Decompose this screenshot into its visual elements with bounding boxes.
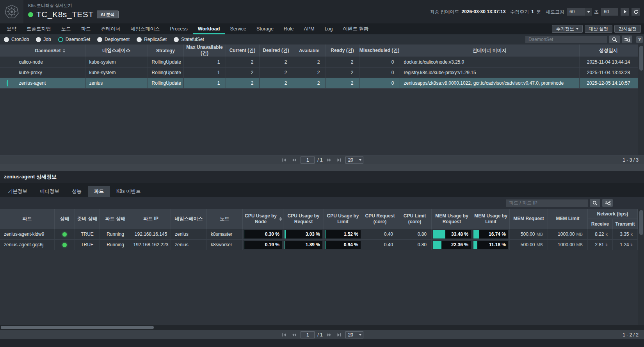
sort-icon[interactable] xyxy=(63,49,65,53)
sort-icon[interactable] xyxy=(279,217,282,221)
scrollbar-thumb[interactable] xyxy=(1,326,154,329)
column-header[interactable]: Transmit xyxy=(613,219,637,229)
collect-cycle-label: 수집주기 xyxy=(510,9,529,15)
page-size-select[interactable]: 20 xyxy=(345,157,363,164)
workload-type-radios: CronJobJobDaemonSetDeploymentReplicaSetS… xyxy=(0,37,204,42)
nav-tab-10[interactable]: Role xyxy=(279,23,299,34)
page-number-input[interactable] xyxy=(301,157,315,164)
column-header[interactable]: CPU Usage by Node xyxy=(243,209,283,229)
column-header[interactable]: CPU Limit (core) xyxy=(398,209,432,229)
column-header[interactable]: CPU Request (core) xyxy=(362,209,398,229)
refresh-countdown-field[interactable]: 60 xyxy=(601,8,618,16)
page-size-select[interactable]: 20 xyxy=(345,331,363,338)
column-header[interactable]: 컨테이너 이미지 xyxy=(400,44,579,57)
detail-tab-1[interactable]: 메타정보 xyxy=(34,186,66,197)
row-select-cell[interactable] xyxy=(0,68,15,78)
column-header[interactable]: 네임스페이스 xyxy=(171,209,207,229)
ai-analysis-button[interactable]: AI 분석 xyxy=(97,11,119,18)
nav-tab-6[interactable]: Process xyxy=(165,23,193,34)
nav-tab-11[interactable]: APM xyxy=(299,23,320,34)
next-page-button[interactable] xyxy=(326,333,333,337)
nav-tab-9[interactable]: Storage xyxy=(251,23,279,34)
column-header[interactable]: 파드 상태 xyxy=(100,209,131,229)
detail-tab-2[interactable]: 성능 xyxy=(66,186,88,197)
table-row[interactable]: zenius-agentzeniusRollingUpdate122220zen… xyxy=(0,78,638,89)
table-row[interactable]: zenius-agent-gqc6jTRUERunning192.168.162… xyxy=(0,240,638,250)
workload-type-job[interactable]: Job xyxy=(36,37,51,42)
prev-page-button[interactable] xyxy=(290,333,298,337)
prev-page-button[interactable] xyxy=(290,158,298,162)
workload-type-replicaset[interactable]: ReplicaSet xyxy=(137,37,167,42)
workload-type-statefulset[interactable]: StatefulSet xyxy=(174,37,204,42)
row-select-cell[interactable] xyxy=(0,78,15,89)
nav-tab-1[interactable]: 토폴로지맵 xyxy=(21,23,56,34)
nav-tab-5[interactable]: 네임스페이스 xyxy=(126,23,165,34)
last-page-button[interactable] xyxy=(336,158,343,162)
column-header[interactable]: 네임스페이스 xyxy=(85,44,148,57)
detail-tab-3[interactable]: 파드 xyxy=(88,186,110,197)
horizontal-scrollbar[interactable] xyxy=(0,325,644,330)
workload-type-deployment[interactable]: Deployment xyxy=(97,37,130,42)
vertical-scrollbar[interactable] xyxy=(638,44,644,155)
next-page-button[interactable] xyxy=(326,158,333,162)
column-header[interactable]: Misscheduled (건) xyxy=(359,44,400,57)
nav-tab-4[interactable]: 컨테이너 xyxy=(96,23,126,34)
pod-advanced-search-button[interactable] xyxy=(602,199,613,207)
column-header[interactable]: 상태 xyxy=(55,209,75,229)
column-header[interactable]: Max Unavailable (건) xyxy=(183,44,226,57)
table-row[interactable]: calico-nodekube-systemRollingUpdate12222… xyxy=(0,57,638,68)
pod-search-input[interactable] xyxy=(506,199,588,207)
column-header[interactable]: 파드 xyxy=(0,209,55,229)
scrollbar-thumb[interactable] xyxy=(639,46,643,71)
action-button-2[interactable]: 감시설정 xyxy=(614,25,641,33)
action-button-1[interactable]: 대상 설정 xyxy=(585,25,612,33)
column-header[interactable]: 생성일시 xyxy=(579,44,638,57)
column-header[interactable]: MEM Usage by Request xyxy=(432,209,472,229)
refresh-button[interactable] xyxy=(632,8,640,16)
play-button[interactable] xyxy=(621,8,629,16)
help-button[interactable]: ? xyxy=(636,36,643,43)
row-select-cell[interactable] xyxy=(0,57,15,68)
daemonset-search-input[interactable] xyxy=(525,36,607,43)
column-header[interactable]: Desired (건) xyxy=(259,44,293,57)
nav-tab-13[interactable]: 이벤트 현황 xyxy=(338,23,374,34)
action-button-0[interactable]: 추가정보 xyxy=(552,25,583,33)
detail-tab-4[interactable]: K8s 이벤트 xyxy=(110,186,147,197)
nav-tab-12[interactable]: Log xyxy=(320,23,338,34)
nav-tab-3[interactable]: 파드 xyxy=(76,23,96,34)
nav-tab-0[interactable]: 요약 xyxy=(2,23,21,34)
workload-type-cronjob[interactable]: CronJob xyxy=(4,37,29,42)
row-select-radio[interactable] xyxy=(7,80,8,87)
column-header[interactable]: CPU Usage by Request xyxy=(283,209,324,229)
nav-tab-8[interactable]: Service xyxy=(225,23,251,34)
first-page-button[interactable] xyxy=(281,158,288,162)
detail-tab-0[interactable]: 기본정보 xyxy=(2,186,34,197)
refresh-interval-select[interactable]: 60 xyxy=(567,8,592,16)
vertical-scrollbar[interactable] xyxy=(638,209,644,325)
table-row[interactable]: zenius-agent-kldw9TRUERunning192.168.16.… xyxy=(0,229,638,240)
column-header[interactable]: Current (건) xyxy=(226,44,259,57)
nav-tab-2[interactable]: 노드 xyxy=(56,23,76,34)
advanced-search-button[interactable] xyxy=(622,36,632,43)
column-header[interactable]: MEM Request xyxy=(510,209,548,229)
column-header[interactable]: 파드 IP xyxy=(131,209,171,229)
first-page-button[interactable] xyxy=(281,333,288,337)
column-header[interactable]: MEM Limit xyxy=(548,209,588,229)
column-header[interactable]: CPU Usage by Limit xyxy=(324,209,362,229)
table-row[interactable]: kube-proxykube-systemRollingUpdate122220… xyxy=(0,68,638,78)
column-header[interactable]: Strategy xyxy=(148,44,183,57)
search-button[interactable] xyxy=(609,36,620,43)
column-header[interactable]: 준비 상태 xyxy=(75,209,100,229)
column-header[interactable]: Ready (건) xyxy=(326,44,359,57)
page-number-input[interactable] xyxy=(301,331,315,338)
column-header[interactable]: Receive xyxy=(588,219,613,229)
column-header[interactable]: MEM Usage by Limit xyxy=(472,209,510,229)
column-header[interactable]: DaemonSet xyxy=(15,44,85,57)
scrollbar-thumb[interactable] xyxy=(639,210,643,235)
workload-type-daemonset[interactable]: DaemonSet xyxy=(58,37,90,42)
nav-tab-7[interactable]: Workload xyxy=(193,23,225,34)
last-page-button[interactable] xyxy=(336,333,343,337)
column-header[interactable]: 노드 xyxy=(207,209,243,229)
column-header[interactable]: Available xyxy=(293,44,326,57)
pod-search-button[interactable] xyxy=(590,199,600,207)
